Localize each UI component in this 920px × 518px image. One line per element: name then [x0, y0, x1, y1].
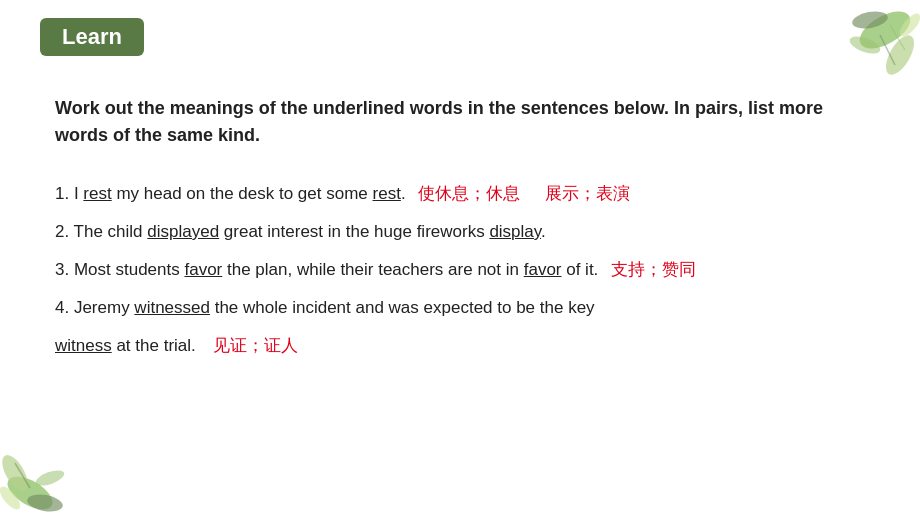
decorative-leaf-bottom-left — [0, 428, 90, 518]
sentence-4b: witness at the trial. 见证；证人 — [55, 329, 865, 363]
sentence-4a: 4. Jeremy witnessed the whole incident a… — [55, 291, 865, 325]
annotation-3: 支持；赞同 — [611, 260, 696, 279]
page-container: Learn Work out the meanings of the under… — [0, 0, 920, 518]
annotation-1b: 展示；表演 — [545, 184, 630, 203]
instruction-text: Work out the meanings of the underlined … — [55, 95, 865, 149]
sentence-3: 3. Most students favor the plan, while t… — [55, 253, 865, 287]
annotation-4: 见证；证人 — [213, 336, 298, 355]
sentence-2: 2. The child displayed great interest in… — [55, 215, 865, 249]
main-content: Work out the meanings of the underlined … — [55, 95, 865, 367]
sentence-1: 1. I rest my head on the desk to get som… — [55, 177, 865, 211]
learn-badge: Learn — [40, 18, 144, 56]
sentences-container: 1. I rest my head on the desk to get som… — [55, 177, 865, 363]
learn-label: Learn — [62, 24, 122, 49]
annotation-1a: 使休息；休息 — [418, 184, 520, 203]
decorative-leaf-top-right — [820, 0, 920, 100]
